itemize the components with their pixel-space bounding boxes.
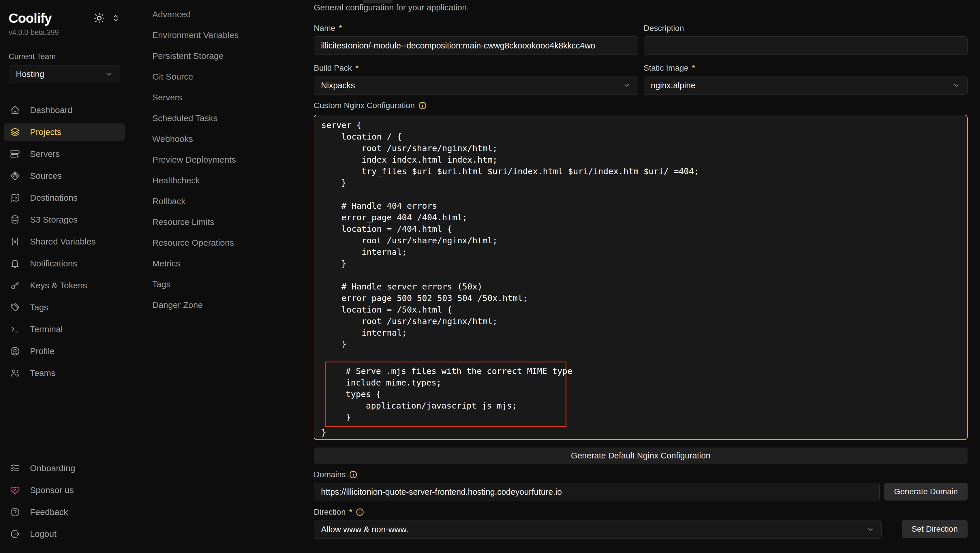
sidebar-item-label: Keys & Tokens bbox=[30, 281, 87, 290]
subnav-item-servers[interactable]: Servers bbox=[152, 87, 305, 108]
sidebar-item-servers[interactable]: Servers bbox=[4, 145, 125, 163]
sidebar-item-label: Onboarding bbox=[30, 463, 75, 473]
code-line: root /usr/share/nginx/html; bbox=[321, 235, 961, 246]
sidebar-item-label: Destinations bbox=[30, 193, 78, 203]
sidebar-item-keys-tokens[interactable]: Keys & Tokens bbox=[4, 277, 125, 294]
build-pack-label: Build Pack* bbox=[314, 62, 638, 74]
code-line: } bbox=[321, 177, 961, 189]
sidebar-item-label: Teams bbox=[30, 368, 56, 378]
subnav-item-tags[interactable]: Tags bbox=[152, 274, 305, 295]
code-line: } bbox=[321, 427, 961, 438]
code-line: try_files $uri $uri.html $uri/index.html… bbox=[321, 165, 961, 177]
sidebar-item-label: Sources bbox=[30, 171, 62, 181]
page-subtitle: General configuration for your applicati… bbox=[314, 3, 967, 13]
sidebar-item-teams[interactable]: Teams bbox=[4, 364, 125, 382]
subnav-item-resource-limits[interactable]: Resource Limits bbox=[152, 211, 305, 232]
code-line: location / { bbox=[321, 131, 961, 142]
code-line: error_page 404 /404.html; bbox=[321, 211, 961, 223]
sidebar-nav: DashboardProjectsServersSourcesDestinati… bbox=[4, 102, 125, 386]
domains-label: Domains bbox=[314, 469, 967, 480]
sidebar-item-sponsor-us[interactable]: Sponsor us bbox=[4, 481, 125, 499]
git-icon bbox=[10, 171, 20, 181]
checklist-icon bbox=[10, 463, 20, 474]
generate-domain-button[interactable]: Generate Domain bbox=[884, 483, 967, 501]
nginx-config-editor[interactable]: server { location / { root /usr/share/ng… bbox=[314, 115, 967, 440]
sidebar-item-shared-variables[interactable]: Shared Variables bbox=[4, 233, 125, 250]
collapse-chevrons-icon[interactable] bbox=[111, 14, 120, 23]
sidebar-item-profile[interactable]: Profile bbox=[4, 343, 125, 360]
chevron-down-icon bbox=[623, 81, 631, 89]
mime-type-highlight-box: # Serve .mjs files with the correct MIME… bbox=[325, 362, 566, 427]
sidebar-item-label: Notifications bbox=[30, 259, 77, 269]
subnav-item-webhooks[interactable]: Webhooks bbox=[152, 129, 305, 149]
code-line: # Handle 404 errors bbox=[321, 200, 961, 211]
name-input[interactable] bbox=[314, 37, 638, 55]
sidebar-item-notifications[interactable]: Notifications bbox=[4, 255, 125, 272]
sidebar-item-projects[interactable]: Projects bbox=[4, 123, 125, 141]
build-pack-select[interactable]: Nixpacks bbox=[314, 76, 638, 95]
code-line: } bbox=[321, 338, 961, 350]
code-line bbox=[321, 269, 961, 281]
code-line: internal; bbox=[321, 327, 961, 338]
main-content: General configuration for your applicati… bbox=[314, 0, 980, 553]
sidebar-item-s3-storages[interactable]: S3 Storages bbox=[4, 211, 125, 228]
direction-select[interactable]: Allow www & non-www. bbox=[314, 520, 881, 539]
layers-icon bbox=[10, 127, 20, 137]
sidebar-item-tags[interactable]: Tags bbox=[4, 299, 125, 316]
subnav-item-metrics[interactable]: Metrics bbox=[152, 253, 305, 274]
code-line: root /usr/share/nginx/html; bbox=[321, 315, 961, 327]
app-version: v4.0.0-beta.399 bbox=[4, 28, 125, 37]
logout-icon bbox=[10, 529, 20, 539]
required-marker: * bbox=[339, 24, 342, 33]
subnav-item-resource-operations[interactable]: Resource Operations bbox=[152, 232, 305, 253]
chevron-down-icon bbox=[104, 70, 113, 78]
generate-default-nginx-button[interactable]: Generate Default Nginx Configuration bbox=[314, 448, 967, 464]
name-label: Name* bbox=[314, 22, 638, 34]
users-icon bbox=[10, 368, 20, 378]
code-line: application/javascript js mjs; bbox=[326, 400, 566, 412]
direction-label: Direction* bbox=[314, 506, 967, 518]
sidebar-item-feedback[interactable]: Feedback bbox=[4, 504, 125, 521]
sidebar-item-destinations[interactable]: Destinations bbox=[4, 189, 125, 207]
sidebar-item-label: Shared Variables bbox=[30, 237, 96, 246]
servers-icon bbox=[10, 149, 20, 159]
subnav-item-rollback[interactable]: Rollback bbox=[152, 191, 305, 211]
subnav-item-environment-variables[interactable]: Environment Variables bbox=[152, 25, 305, 46]
info-icon[interactable] bbox=[418, 101, 427, 110]
info-icon[interactable] bbox=[356, 508, 364, 516]
subnav-item-healthcheck[interactable]: Healthcheck bbox=[152, 170, 305, 191]
info-icon[interactable] bbox=[349, 470, 358, 479]
description-input[interactable] bbox=[644, 37, 968, 55]
sidebar-item-sources[interactable]: Sources bbox=[4, 167, 125, 184]
sidebar-item-terminal[interactable]: Terminal bbox=[4, 321, 125, 338]
subnav-item-advanced[interactable]: Advanced bbox=[152, 4, 305, 25]
sidebar-item-label: Feedback bbox=[30, 507, 68, 517]
braces-x-icon bbox=[10, 237, 20, 247]
terminal-icon bbox=[10, 324, 20, 334]
app-logo: Coolify bbox=[9, 10, 52, 26]
sidebar-item-label: Sponsor us bbox=[30, 485, 74, 495]
code-line bbox=[321, 189, 961, 200]
static-image-label: Static Image* bbox=[644, 62, 968, 74]
subnav-item-persistent-storage[interactable]: Persistent Storage bbox=[152, 46, 305, 66]
sidebar-item-label: Servers bbox=[30, 149, 60, 159]
sidebar-item-onboarding[interactable]: Onboarding bbox=[4, 459, 125, 477]
sidebar-item-dashboard[interactable]: Dashboard bbox=[4, 102, 125, 119]
domains-input[interactable] bbox=[314, 483, 880, 501]
team-select[interactable]: Hosting bbox=[9, 65, 120, 83]
sidebar-item-label: Logout bbox=[30, 529, 57, 539]
set-direction-button[interactable]: Set Direction bbox=[902, 520, 967, 538]
static-image-select[interactable]: nginx:alpine bbox=[644, 76, 968, 95]
code-line: server { bbox=[321, 119, 961, 131]
theme-toggle-sun-icon[interactable] bbox=[93, 12, 105, 24]
sidebar-item-logout[interactable]: Logout bbox=[4, 525, 125, 543]
subnav-item-git-source[interactable]: Git Source bbox=[152, 66, 305, 87]
code-line: } bbox=[321, 258, 961, 269]
subnav-item-preview-deployments[interactable]: Preview Deployments bbox=[152, 149, 305, 170]
subnav-item-scheduled-tasks[interactable]: Scheduled Tasks bbox=[152, 108, 305, 129]
subnav-item-danger-zone[interactable]: Danger Zone bbox=[152, 295, 305, 315]
nginx-config-code: server { location / { root /usr/share/ng… bbox=[321, 119, 961, 438]
map-icon bbox=[10, 192, 20, 203]
bell-icon bbox=[10, 258, 20, 269]
code-line: } bbox=[326, 412, 566, 423]
